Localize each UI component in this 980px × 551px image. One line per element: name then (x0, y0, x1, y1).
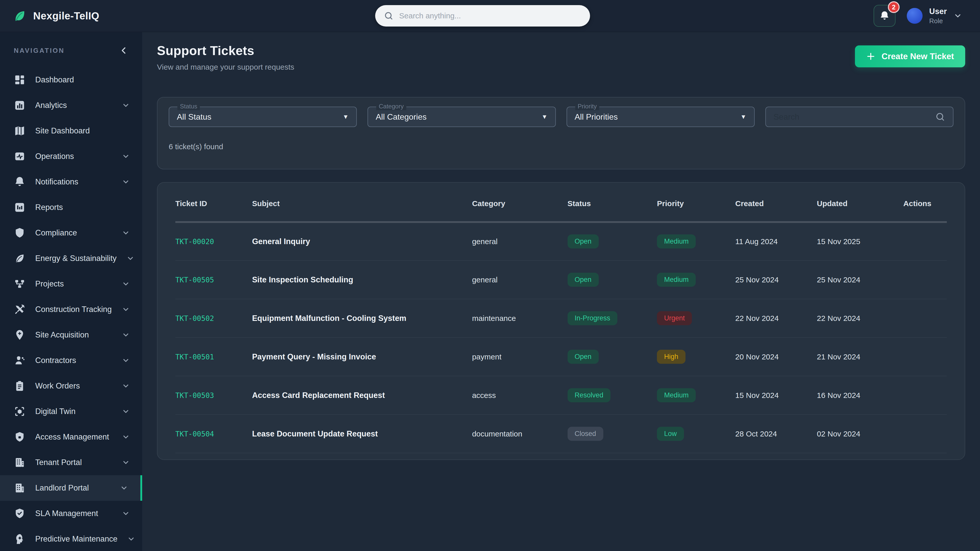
sidebar-item-access-management[interactable]: Access Management (0, 424, 142, 450)
sidebar-item-operations[interactable]: Operations (0, 144, 142, 169)
ticket-updated-date: 02 Nov 2024 (817, 430, 860, 438)
tools-icon (14, 303, 25, 315)
status-filter-label: Status (177, 103, 200, 110)
sidebar-item-digital-twin[interactable]: Digital Twin (0, 399, 142, 424)
ticket-created-date: 15 Nov 2024 (735, 391, 779, 400)
sidebar-item-landlord-portal[interactable]: Landlord Portal (0, 475, 142, 501)
priority-filter-select[interactable]: Priority All Priorities ▼ (566, 106, 755, 127)
sidebar-item-analytics[interactable]: Analytics (0, 93, 142, 118)
brand: Nexgile-TelIQ (13, 9, 99, 23)
analytics-icon (14, 100, 25, 111)
priority-filter-label: Priority (575, 103, 600, 110)
chevron-down-icon (122, 305, 130, 313)
sidebar-nav: DashboardAnalyticsSite DashboardOperatio… (0, 67, 142, 551)
chevron-down-icon (122, 458, 130, 467)
ticket-id: TKT-00505 (175, 276, 214, 284)
priority-badge: Medium (657, 388, 696, 402)
page-title: Support Tickets (157, 43, 294, 58)
ticket-updated-date: 16 Nov 2024 (817, 391, 860, 400)
sidebar-item-label: Site Dashboard (35, 126, 90, 135)
sidebar-item-label: Construction Tracking (35, 305, 112, 314)
sidebar-item-label: Access Management (35, 432, 109, 441)
chevron-down-icon (126, 254, 135, 262)
sidebar-item-notifications[interactable]: Notifications (0, 169, 142, 195)
leaf-logo-icon (13, 9, 27, 23)
sidebar-item-construction-tracking[interactable]: Construction Tracking (0, 297, 142, 322)
user-menu[interactable]: User Role (907, 7, 962, 25)
ticket-subject: General Inquiry (252, 237, 310, 246)
sidebar-item-dashboard[interactable]: Dashboard (0, 67, 142, 93)
status-badge: Open (568, 350, 599, 364)
sidebar-item-label: Notifications (35, 177, 78, 186)
global-search-input[interactable] (399, 11, 581, 20)
shield-lock-icon (14, 431, 25, 443)
column-header-subject: Subject (252, 186, 472, 222)
status-filter-select[interactable]: Status All Status ▼ (169, 106, 357, 127)
filters-panel: Status All Status ▼ Category All Categor… (157, 97, 965, 169)
ticket-id: TKT-00501 (175, 353, 214, 361)
dropdown-caret-icon: ▼ (342, 113, 348, 121)
chevron-down-icon (953, 11, 962, 20)
chevron-down-icon (122, 331, 130, 339)
chevron-down-icon (122, 280, 130, 288)
ticket-id: TKT-00504 (175, 430, 214, 438)
sidebar-item-label: SLA Management (35, 509, 98, 518)
sidebar-item-label: Landlord Portal (35, 483, 89, 492)
building-icon (14, 457, 25, 468)
column-header-priority: Priority (657, 186, 735, 222)
user-role: Role (929, 17, 947, 25)
priority-badge: Medium (657, 273, 696, 287)
results-count: 6 ticket(s) found (169, 142, 953, 151)
ticket-category: general (472, 275, 498, 284)
shield-check-icon (14, 508, 25, 519)
ticket-search-input[interactable] (773, 112, 931, 122)
notifications-button[interactable]: 2 (873, 5, 896, 27)
category-filter-select[interactable]: Category All Categories ▼ (368, 106, 555, 127)
contractor-icon (14, 354, 25, 366)
status-badge: Open (568, 273, 599, 287)
ticket-subject: Site Inspection Scheduling (252, 275, 353, 284)
sidebar-item-tenant-portal[interactable]: Tenant Portal (0, 450, 142, 475)
main-content: Support Tickets View and manage your sup… (142, 32, 980, 551)
chevron-down-icon (122, 510, 130, 518)
plus-icon (866, 52, 875, 61)
create-new-ticket-button[interactable]: Create New Ticket (855, 45, 965, 67)
status-badge: Open (568, 234, 599, 248)
sidebar-item-label: Projects (35, 279, 64, 289)
operations-icon (14, 151, 25, 162)
clipboard-icon (14, 380, 25, 392)
sidebar-item-predictive-maintenance[interactable]: Predictive Maintenance (0, 526, 142, 551)
tickets-table-card: Ticket IDSubjectCategoryStatusPriorityCr… (157, 182, 965, 460)
column-header-category: Category (472, 186, 568, 222)
ticket-updated-date: 15 Nov 2025 (817, 237, 860, 246)
column-header-status: Status (568, 186, 657, 222)
sidebar-item-label: Operations (35, 152, 74, 161)
navigation-label: NAVIGATION (14, 47, 65, 55)
chevron-down-icon (122, 152, 130, 160)
chevron-down-icon (127, 535, 135, 543)
page-subtitle: View and manage your support requests (157, 63, 294, 71)
ticket-created-date: 11 Aug 2024 (735, 237, 778, 246)
sidebar-collapse-button[interactable] (119, 46, 128, 55)
sidebar-item-energy-sustainability[interactable]: Energy & Sustainability (0, 246, 142, 271)
chevron-down-icon (122, 407, 130, 416)
bell-icon (879, 11, 890, 21)
sidebar-item-work-orders[interactable]: Work Orders (0, 373, 142, 399)
sidebar-item-projects[interactable]: Projects (0, 271, 142, 297)
ticket-subject: Payment Query - Missing Invoice (252, 352, 376, 361)
category-filter-label: Category (376, 103, 406, 110)
sidebar-item-reports[interactable]: Reports (0, 195, 142, 220)
chevron-down-icon (122, 356, 130, 365)
sidebar-item-compliance[interactable]: Compliance (0, 220, 142, 246)
sidebar-item-site-acquisition[interactable]: Site Acquisition (0, 322, 142, 348)
ticket-search-field (765, 106, 953, 127)
sidebar-item-sla-management[interactable]: SLA Management (0, 501, 142, 526)
column-header-ticket-id: Ticket ID (175, 186, 252, 222)
chevron-down-icon (120, 484, 128, 492)
sidebar-item-label: Analytics (35, 101, 67, 110)
sidebar-item-site-dashboard[interactable]: Site Dashboard (0, 118, 142, 144)
ticket-category: maintenance (472, 314, 516, 322)
sidebar-item-label: Dashboard (35, 75, 74, 84)
sidebar-item-contractors[interactable]: Contractors (0, 348, 142, 373)
dropdown-caret-icon: ▼ (740, 113, 746, 121)
